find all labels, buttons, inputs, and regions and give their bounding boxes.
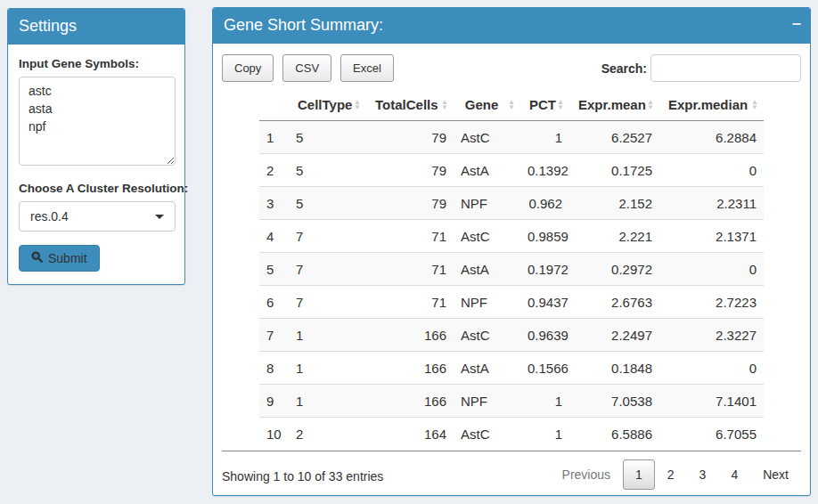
cell: 1	[289, 319, 366, 352]
column-header-expr-mean[interactable]: Expr.mean▲▼	[569, 89, 659, 121]
page-button-2[interactable]: 2	[655, 459, 687, 490]
column-header-index	[259, 89, 289, 121]
table-row: 3579NPF0.9622.1522.2311	[259, 187, 764, 220]
settings-panel-body: Input Gene Symbols: astc asta npf Choose…	[8, 45, 184, 284]
row-index-cell: 6	[259, 286, 289, 319]
cell: 2.7223	[659, 286, 764, 319]
column-header-expr-median[interactable]: Expr.median▲▼	[659, 89, 764, 121]
cell: 0.1566	[520, 352, 569, 385]
cell: 5	[289, 187, 366, 220]
sort-icons: ▲▼	[508, 100, 515, 110]
cell: 7	[289, 220, 366, 253]
table-row: 2579AstA0.13920.17250	[259, 154, 764, 187]
cell: 0.1725	[569, 154, 659, 187]
row-index-cell: 9	[259, 385, 289, 418]
row-index-cell: 7	[259, 319, 289, 352]
column-header-label: Gene	[465, 97, 499, 112]
table-footer: Showing 1 to 10 of 33 entries Previous12…	[222, 451, 801, 490]
excel-button[interactable]: Excel	[340, 54, 394, 82]
sort-desc-icon: ▼	[557, 105, 564, 110]
gene-summary-body: CopyCSVExcel Search: CellType▲▼TotalCell…	[213, 44, 810, 500]
table-body: 1579AstC16.25276.28842579AstA0.13920.172…	[259, 121, 764, 451]
sort-icons: ▲▼	[441, 100, 448, 110]
chevron-down-icon	[155, 215, 164, 219]
cell: 0.1972	[520, 253, 569, 286]
cell: 2.2497	[569, 319, 659, 352]
cell: 1	[289, 385, 366, 418]
sort-icons: ▲▼	[557, 100, 564, 110]
page-button-3[interactable]: 3	[687, 459, 719, 490]
cell: AstA	[454, 154, 520, 187]
cell: AstA	[454, 352, 520, 385]
cell: 0.962	[520, 187, 569, 220]
cell: 79	[366, 121, 454, 154]
entries-info: Showing 1 to 10 of 33 entries	[222, 466, 383, 484]
cell: 0	[659, 154, 764, 187]
cell: 6.7055	[659, 418, 764, 451]
next-page-button[interactable]: Next	[750, 459, 801, 490]
search-label: Search:	[601, 61, 647, 76]
page-button-1[interactable]: 1	[623, 459, 655, 490]
cell: NPF	[454, 286, 520, 319]
cell: AstC	[454, 418, 520, 451]
column-header-label: PCT	[529, 97, 556, 112]
submit-button-label: Submit	[48, 251, 87, 265]
row-index-cell: 1	[259, 121, 289, 154]
search-input[interactable]	[650, 54, 801, 82]
cell: 79	[366, 154, 454, 187]
table-row: 71166AstC0.96392.24972.3227	[259, 319, 764, 352]
sort-icons: ▲▼	[647, 100, 654, 110]
csv-button[interactable]: CSV	[282, 54, 331, 82]
cell: 71	[366, 253, 454, 286]
minus-icon: −	[791, 15, 801, 33]
cell: 6.5886	[569, 418, 659, 451]
collapse-button[interactable]: −	[791, 13, 801, 35]
table-row: 1579AstC16.25276.2884	[259, 121, 764, 154]
cell: 2	[289, 418, 366, 451]
cell: 1	[520, 121, 569, 154]
row-index-cell: 10	[259, 418, 289, 451]
gene-symbols-label: Input Gene Symbols:	[19, 57, 174, 70]
gene-summary-panel: Gene Short Summary: − CopyCSVExcel Searc…	[212, 7, 811, 496]
table-row: 81166AstA0.15660.18480	[259, 352, 764, 385]
page-button-4[interactable]: 4	[718, 459, 750, 490]
cell: 7.1401	[659, 385, 764, 418]
cell: 6.2527	[569, 121, 659, 154]
sort-icons: ▲▼	[751, 100, 758, 110]
cell: 166	[366, 352, 454, 385]
cell: 2.221	[569, 220, 659, 253]
table-toolbar: CopyCSVExcel Search:	[222, 54, 801, 82]
column-header-pct[interactable]: PCT▲▼	[520, 89, 569, 121]
cell: 71	[366, 286, 454, 319]
cell: 79	[366, 187, 454, 220]
cell: 0.2972	[569, 253, 659, 286]
sort-desc-icon: ▼	[508, 105, 515, 110]
cell: 2.3227	[659, 319, 764, 352]
settings-panel: Settings Input Gene Symbols: astc asta n…	[7, 8, 185, 285]
cluster-resolution-select[interactable]: res.0.4	[19, 201, 176, 232]
column-header-gene[interactable]: Gene▲▼	[454, 89, 520, 121]
settings-title: Settings	[19, 17, 77, 35]
table-row: 6771NPF0.94372.67632.7223	[259, 286, 764, 319]
row-index-cell: 8	[259, 352, 289, 385]
cell: 6.2884	[659, 121, 764, 154]
cell: 164	[366, 418, 454, 451]
cluster-resolution-value: res.0.4	[30, 209, 69, 224]
cell: 0.1392	[520, 154, 569, 187]
table-row: 102164AstC16.58866.7055	[259, 418, 764, 451]
cell: AstC	[454, 319, 520, 352]
cell: 5	[289, 154, 366, 187]
row-index-cell: 5	[259, 253, 289, 286]
cell: 1	[520, 385, 569, 418]
gene-summary-header: Gene Short Summary: −	[213, 8, 810, 44]
column-header-label: TotalCells	[375, 97, 438, 112]
pagination: Previous1234Next	[550, 459, 801, 490]
column-header-totalcells[interactable]: TotalCells▲▼	[366, 89, 454, 121]
cell: NPF	[454, 385, 520, 418]
previous-page-button[interactable]: Previous	[550, 459, 623, 490]
copy-button[interactable]: Copy	[222, 54, 274, 82]
column-header-celltype[interactable]: CellType▲▼	[289, 89, 366, 121]
submit-button[interactable]: Submit	[19, 245, 100, 272]
cell: 0.9859	[520, 220, 569, 253]
gene-symbols-textarea[interactable]: astc asta npf	[19, 77, 176, 166]
